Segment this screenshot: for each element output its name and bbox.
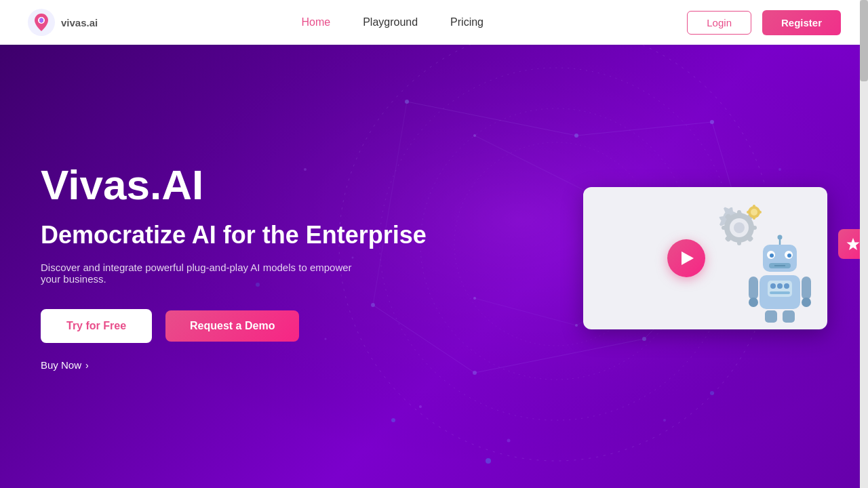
buy-now-link[interactable]: Buy Now › (41, 359, 427, 371)
svg-point-33 (507, 439, 511, 443)
buy-now-label: Buy Now (41, 359, 81, 371)
svg-point-29 (473, 297, 476, 300)
svg-point-36 (663, 419, 666, 422)
nav-link-home[interactable]: Home (301, 16, 330, 28)
nav-link-playground[interactable]: Playground (363, 16, 418, 28)
svg-rect-72 (783, 310, 795, 323)
svg-point-20 (710, 120, 714, 124)
brand-name: vivas.ai (61, 17, 98, 28)
svg-rect-47 (722, 226, 730, 230)
svg-point-79 (784, 283, 789, 289)
svg-rect-45 (737, 210, 741, 218)
request-demo-button[interactable]: Request a Demo (165, 310, 299, 342)
svg-rect-73 (749, 277, 758, 300)
svg-point-40 (391, 418, 395, 422)
video-card-inner (583, 187, 827, 329)
svg-rect-46 (737, 237, 741, 245)
navbar-actions: Login Register (687, 10, 841, 35)
register-button[interactable]: Register (762, 10, 841, 35)
scrollbar[interactable] (860, 0, 868, 488)
login-button[interactable]: Login (687, 11, 751, 35)
svg-point-41 (710, 391, 714, 395)
svg-point-66 (787, 253, 791, 258)
svg-point-32 (419, 405, 422, 408)
hero-subtitle: Democratize AI for the Enterprise (41, 220, 427, 249)
try-free-button[interactable]: Try for Free (41, 309, 152, 343)
svg-rect-57 (753, 216, 755, 220)
svg-rect-56 (753, 205, 755, 209)
hero-title: Vivas.AI (41, 162, 427, 208)
chevron-right-icon: › (85, 360, 89, 371)
svg-rect-80 (770, 291, 790, 294)
hero-description: Discover and integrate powerful plug-and… (41, 262, 366, 285)
svg-point-25 (473, 134, 476, 137)
svg-point-65 (770, 253, 774, 258)
nav-link-pricing[interactable]: Pricing (450, 16, 484, 28)
svg-point-23 (473, 371, 477, 375)
logo[interactable]: vivas.ai (27, 8, 98, 37)
svg-marker-81 (847, 238, 860, 250)
svg-point-53 (734, 222, 745, 233)
svg-point-76 (802, 298, 811, 307)
play-icon (682, 251, 694, 265)
hero-content: Vivas.AI Democratize AI for the Enterpri… (41, 162, 427, 371)
play-button[interactable] (667, 239, 705, 277)
svg-point-18 (405, 100, 409, 104)
svg-point-39 (486, 458, 491, 464)
navbar: vivas.ai Home Playground Pricing Login R… (0, 0, 868, 45)
svg-rect-58 (747, 211, 751, 214)
hero-section: Vivas.AI Democratize AI for the Enterpri… (0, 0, 868, 488)
robot-icon (746, 235, 814, 323)
svg-point-55 (751, 209, 757, 216)
nav-links: Home Playground Pricing (301, 16, 484, 28)
svg-point-34 (778, 168, 781, 171)
scrollbar-thumb[interactable] (860, 0, 868, 81)
svg-point-28 (575, 324, 578, 327)
star-icon (846, 237, 861, 251)
svg-point-75 (749, 298, 758, 307)
svg-rect-48 (749, 226, 757, 230)
svg-rect-74 (802, 277, 811, 300)
hero-buttons: Try for Free Request a Demo (41, 309, 427, 343)
svg-rect-71 (765, 310, 777, 323)
logo-icon (27, 8, 56, 37)
svg-point-62 (778, 235, 783, 240)
video-card[interactable] (583, 187, 827, 329)
svg-point-78 (777, 283, 783, 289)
svg-point-19 (574, 134, 578, 138)
svg-point-77 (770, 283, 776, 289)
svg-rect-59 (757, 211, 762, 214)
svg-point-22 (642, 337, 646, 341)
